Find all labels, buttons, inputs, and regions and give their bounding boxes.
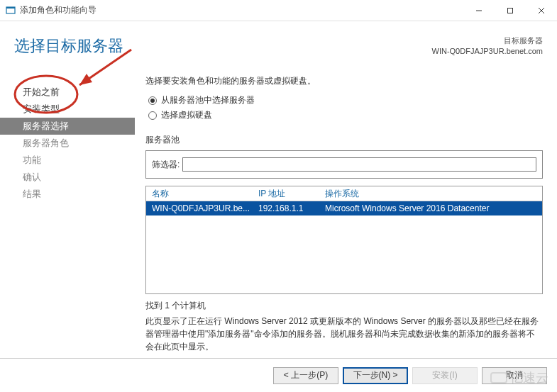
found-count: 找到 1 个计算机 [145,300,543,312]
col-os[interactable]: 操作系统 [319,188,542,200]
table-row[interactable]: WIN-Q0DFJAJP3UR.be... 192.168.1.1 Micros… [146,201,542,215]
table-header-row: 名称 IP 地址 操作系统 [146,186,542,201]
button-label: 安装(I) [432,369,457,381]
watermark-logo-icon [490,372,507,383]
server-pool-label: 服务器池 [145,134,543,146]
window-title: 添加角色和功能向导 [20,4,463,16]
nav-step-server-roles: 服务器角色 [0,135,135,152]
close-button[interactable] [526,0,557,21]
main-panel: 选择要安装角色和功能的服务器或虚拟硬盘。 从服务器池中选择服务器 选择虚拟硬盘 … [135,21,557,357]
page-title: 选择目标服务器 [14,35,123,57]
prev-button[interactable]: < 上一步(P) [273,367,338,384]
cell-os: Microsoft Windows Server 2016 Datacenter [319,203,542,213]
title-bar: 添加角色和功能向导 [0,0,557,21]
nav-label: 开始之前 [23,86,60,99]
wizard-footer: < 上一步(P) 下一步(N) > 安装(I) 取消 [0,358,557,392]
col-ip[interactable]: IP 地址 [253,188,319,200]
next-button[interactable]: 下一步(N) > [343,367,408,384]
nav-step-before-you-begin[interactable]: 开始之前 [0,84,135,101]
nav-step-server-selection[interactable]: 服务器选择 [0,118,135,135]
radio-icon [148,96,157,105]
nav-step-confirm: 确认 [0,169,135,186]
filter-box: 筛选器: [145,150,543,179]
nav-label: 服务器选择 [23,120,69,133]
svg-rect-3 [508,8,513,13]
nav-label: 服务器角色 [23,137,69,150]
cell-name: WIN-Q0DFJAJP3UR.be... [146,203,253,213]
radio-select-from-pool[interactable]: 从服务器池中选择服务器 [148,94,543,106]
radio-select-vhd[interactable]: 选择虚拟硬盘 [148,109,543,121]
nav-label: 安装类型 [23,103,60,116]
wizard-nav: 开始之前 安装类型 服务器选择 服务器角色 功能 确认 结果 [0,84,135,203]
minimize-button[interactable] [463,0,495,21]
nav-label: 确认 [23,171,41,184]
button-label: 下一步(N) > [353,369,398,381]
nav-step-installation-type[interactable]: 安装类型 [0,101,135,118]
server-table: 名称 IP 地址 操作系统 WIN-Q0DFJAJP3UR.be... 192.… [145,186,543,294]
cell-ip: 192.168.1.1 [253,203,319,213]
filter-label: 筛选器: [152,159,180,171]
app-icon [6,6,16,16]
maximize-button[interactable] [495,0,526,21]
radio-label: 从服务器池中选择服务器 [161,94,255,106]
nav-step-features: 功能 [0,152,135,169]
nav-label: 功能 [23,154,41,167]
filter-input[interactable] [182,157,536,172]
table-body: WIN-Q0DFJAJP3UR.be... 192.168.1.1 Micros… [146,201,542,293]
install-button: 安装(I) [412,367,478,384]
window-controls [463,0,557,21]
nav-step-results: 结果 [0,186,135,203]
watermark-text: 亿速云 [510,369,548,386]
radio-icon [148,111,157,120]
col-name[interactable]: 名称 [146,188,253,200]
button-label: < 上一步(P) [284,369,328,381]
watermark: 亿速云 [490,369,548,386]
sidebar: 开始之前 安装类型 服务器选择 服务器角色 功能 确认 结果 [0,21,135,357]
instruction-text: 选择要安装角色和功能的服务器或虚拟硬盘。 [145,75,543,87]
content: 开始之前 安装类型 服务器选择 服务器角色 功能 确认 结果 选择要安装角色和功… [0,21,557,357]
footnote-text: 此页显示了正在运行 Windows Server 2012 或更新版本的 Win… [145,315,543,353]
radio-label: 选择虚拟硬盘 [161,109,212,121]
nav-label: 结果 [23,188,41,201]
svg-rect-1 [6,7,15,9]
